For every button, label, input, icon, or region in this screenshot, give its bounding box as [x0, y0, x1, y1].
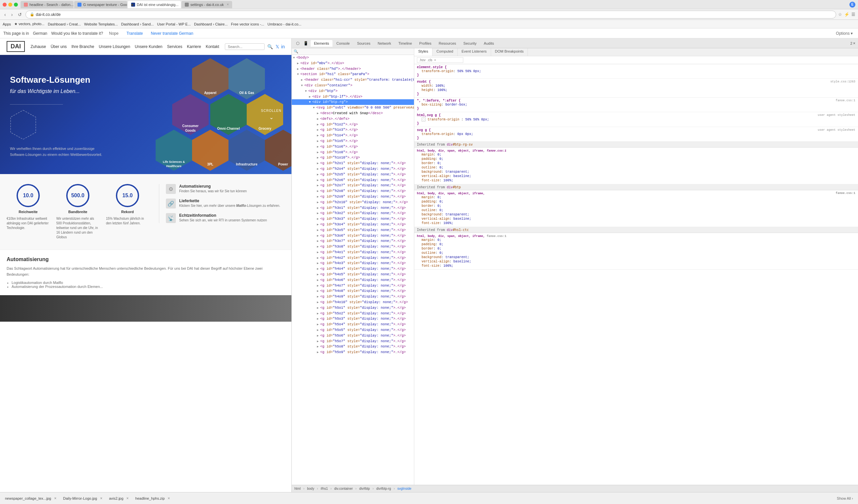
node-header-hs1-ccr[interactable]: ▶<header class="hs1-ccr" style="transfor…	[292, 77, 414, 83]
devtools-tab-profiles[interactable]: Profiles	[416, 40, 435, 47]
devtools-tab-timeline[interactable]: Timeline	[395, 40, 415, 47]
window-minimize-button[interactable]	[8, 3, 12, 6]
node-g-h5o7[interactable]: ▶<g id="h5o7" style="display: none;">…</…	[292, 339, 414, 344]
download-4[interactable]: headline_hphs.zip ×	[136, 496, 170, 501]
url-bar[interactable]: 🔒 dai-it.co.uk/de	[26, 11, 836, 18]
node-desc[interactable]: ▶<desc>Created with Snap</desc>	[292, 111, 414, 116]
bookmark-vector-icons[interactable]: Free vector icons -...	[231, 22, 264, 26]
node-g-h2o1[interactable]: ▶<g id="h2o1" style="display: none;">…</…	[292, 161, 414, 166]
nav-services[interactable]: Services	[167, 44, 182, 49]
devtools-tab-network[interactable]: Network	[375, 40, 394, 47]
bookmark-dashboard3[interactable]: Dashboard › Claire...	[194, 22, 228, 26]
breadcrumb-html[interactable]: html	[295, 487, 301, 490]
back-button[interactable]: ‹	[3, 11, 7, 18]
nav-ueber-uns[interactable]: Über uns	[51, 44, 67, 49]
menu-icon[interactable]: ☰	[852, 12, 855, 17]
node-g-h4o1[interactable]: ▶<g id="h4o1" style="display: none;">…</…	[292, 249, 414, 255]
download-2[interactable]: Daily-Mirror-Logo.jpg ×	[63, 496, 102, 501]
node-g-h2o6[interactable]: ▶<g id="h2o6" style="display: none;">…</…	[292, 177, 414, 183]
site-logo[interactable]: DAI	[6, 41, 25, 52]
node-body[interactable]: ▼<body>	[292, 55, 414, 61]
node-svg[interactable]: ▼<svg id="svbt" viewBox="0 0 660 500" pr…	[292, 105, 414, 111]
browser-tab-3[interactable]: ■ DAI ist eine unabhängig... ×	[128, 1, 181, 8]
devtools-tab-sources[interactable]: Sources	[354, 40, 374, 47]
node-g-h4o4[interactable]: ▶<g id="h4o4" style="display: none;">…</…	[292, 266, 414, 272]
node-g-h2o9[interactable]: ▶<g id="h2o9" style="display: none;">…</…	[292, 194, 414, 199]
node-g-h4o7[interactable]: ▶<g id="h4o7" style="display: none;">…</…	[292, 283, 414, 289]
node-div-mbv[interactable]: ▶<div id="mbv">…</div>	[292, 61, 414, 66]
download-1[interactable]: newspaper_collage_tex...jpg ×	[5, 496, 56, 501]
browser-tab-1[interactable]: headline - Search - dafon... ×	[20, 1, 74, 8]
node-g-h2o8[interactable]: ▶<g id="h2o8" style="display: none;">…</…	[292, 188, 414, 194]
devtools-tab-elements[interactable]: Elements	[311, 40, 332, 47]
nav-karriere[interactable]: Karriere	[187, 44, 201, 49]
nav-zuhause[interactable]: Zuhause	[30, 44, 46, 49]
node-g-h3o8[interactable]: ▶<g id="h3o8" style="display: none;">…</…	[292, 244, 414, 249]
devtools-tab-security[interactable]: Security	[460, 40, 480, 47]
node-div-btp-lf[interactable]: ▶<div id="btp-lf">…</div>	[292, 94, 414, 100]
download-1-close[interactable]: ×	[54, 496, 56, 501]
node-g-h2o4[interactable]: ▶<g id="h2o4" style="display: none;">…</…	[292, 166, 414, 172]
node-defs[interactable]: ▶<defs>…</defs>	[292, 116, 414, 122]
site-search-input[interactable]	[225, 43, 265, 50]
node-div-btp-rg[interactable]: ▼<div id="btp-rg">	[292, 99, 414, 105]
node-g-h5o5[interactable]: ▶<g id="h5o5" style="display: none;">…</…	[292, 327, 414, 333]
devtools-close-button[interactable]: ×	[853, 41, 855, 46]
node-g-h1o3[interactable]: ▶<g id="h1o3">…</g>	[292, 127, 414, 133]
tab-close-4[interactable]: ×	[227, 3, 229, 6]
node-div-container[interactable]: ▼<div class="container">	[292, 83, 414, 88]
translation-nope-button[interactable]: Nope	[107, 30, 121, 36]
devtools-tab-audits[interactable]: Audits	[480, 40, 497, 47]
scroll-indicator[interactable]: SCROLLEN ⌄	[261, 109, 282, 120]
node-g-h5o9[interactable]: ▶<g id="h5o9" style="display: none;">…</…	[292, 349, 414, 355]
nav-unsere-loesungen[interactable]: Unsere Lösungen	[99, 44, 130, 49]
node-g-h4o8[interactable]: ▶<g id="h4o8" style="display: none;">…</…	[292, 288, 414, 294]
breadcrumb-hs1[interactable]: #hs1	[320, 487, 328, 490]
bookmark-user-portal[interactable]: User Portal - WP E...	[157, 22, 191, 26]
node-div-btp[interactable]: ▼<div id="btp">	[292, 88, 414, 94]
node-g-h1o10[interactable]: ▶<g id="h1o10">…</g>	[292, 155, 414, 161]
node-g-h4o9[interactable]: ▶<g id="h4o9" style="display: none;">…</…	[292, 294, 414, 299]
node-g-h3o5[interactable]: ▶<g id="h3o5" style="display: none;">…</…	[292, 227, 414, 233]
nav-ihre-branche[interactable]: Ihre Branche	[72, 44, 94, 49]
window-close-button[interactable]	[3, 3, 6, 6]
bookmark-umbraco[interactable]: Umbraco - dai-it.co...	[268, 22, 301, 26]
node-g-h3o1[interactable]: ▶<g id="h3o1" style="display: none;">…</…	[292, 205, 414, 211]
translation-options-button[interactable]: Options ▾	[834, 30, 855, 36]
node-g-h3o4[interactable]: ▶<g id="h3o4" style="display: none;">…</…	[292, 222, 414, 227]
download-2-close[interactable]: ×	[100, 496, 102, 501]
download-4-close[interactable]: ×	[168, 496, 170, 501]
translation-translate-button[interactable]: Translate	[125, 30, 145, 36]
node-g-h4o3[interactable]: ▶<g id="h4o3" style="display: none;">…</…	[292, 260, 414, 266]
bookmark-website-templates[interactable]: Website Templates...	[84, 22, 118, 26]
node-g-h5o4[interactable]: ▶<g id="h5o4" style="display: none;">…</…	[292, 322, 414, 327]
node-section-hs1[interactable]: ▼<section id="hs1" class="paraPa">	[292, 71, 414, 77]
browser-tab-4[interactable]: settings - dai-it.co.uk ×	[181, 1, 232, 8]
twitter-icon[interactable]: 𝕏	[275, 44, 279, 49]
search-icon[interactable]: 🔍	[267, 44, 273, 49]
node-g-h3o6[interactable]: ▶<g id="h3o6" style="display: none;">…</…	[292, 233, 414, 239]
node-g-h5o6[interactable]: ▶<g id="h5o6" style="display: none;">…</…	[292, 333, 414, 339]
node-g-h2o10[interactable]: ▶<g id="h2o10" style="display: none;">…<…	[292, 199, 414, 205]
node-g-h1o2[interactable]: ▶<g id="h1o2">…</g>	[292, 122, 414, 127]
node-header-hd[interactable]: ▶<header class="hd">…</header>	[292, 66, 414, 72]
download-3[interactable]: avis2.jpg ×	[109, 496, 128, 501]
devtools-tab-resources[interactable]: Resources	[435, 40, 460, 47]
show-all-downloads[interactable]: Show All ›	[837, 497, 853, 500]
node-g-h2o5[interactable]: ▶<g id="h2o5" style="display: none;">…</…	[292, 172, 414, 177]
node-g-h5o2[interactable]: ▶<g id="h5o2" style="display: none;">…</…	[292, 311, 414, 316]
bookmark-apps[interactable]: Apps	[3, 22, 11, 26]
nav-kontakt[interactable]: Kontakt	[206, 44, 219, 49]
node-g-h1o5[interactable]: ▶<g id="h1o5">…</g>	[292, 138, 414, 144]
refresh-button[interactable]: ↺	[16, 11, 23, 18]
extensions-icon[interactable]: ⚡	[844, 12, 849, 17]
node-g-h3o2[interactable]: ▶<g id="h3o2" style="display: none;">…</…	[292, 210, 414, 216]
nav-unsere-kunden[interactable]: Unsere Kunden	[135, 44, 162, 49]
breadcrumb-div-btp[interactable]: div#btp	[359, 487, 370, 490]
node-g-h3o7[interactable]: ▶<g id="h3o7" style="display: none;">…</…	[292, 238, 414, 244]
node-g-h4o6[interactable]: ▶<g id="h4o6" style="display: none;">…</…	[292, 277, 414, 283]
styles-filter-input[interactable]	[417, 57, 463, 63]
styles-tab-event-listeners[interactable]: Event Listeners	[458, 48, 491, 56]
node-g-h4o10[interactable]: ▶<g id="h4o10" style="display: none;">…<…	[292, 299, 414, 305]
breadcrumb-body[interactable]: body	[307, 487, 314, 490]
